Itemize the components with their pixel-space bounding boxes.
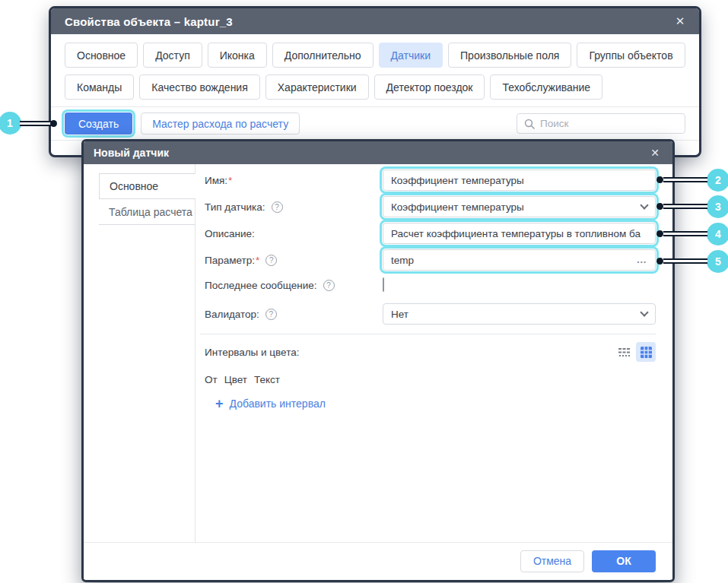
ellipsis-icon[interactable]: … xyxy=(637,256,648,264)
description-label: Описание: xyxy=(205,228,383,239)
callout-line-2 xyxy=(663,177,707,182)
intervals-row: Интервалы и цвета: xyxy=(205,342,656,362)
required-asterisk: * xyxy=(256,255,259,266)
cancel-button[interactable]: Отмена xyxy=(520,550,584,572)
intervals-label: Интервалы и цвета: xyxy=(205,347,614,358)
tab-datchiki-active[interactable]: Датчики xyxy=(379,43,443,68)
last-message-row: Последнее сообщение: ? xyxy=(205,276,656,294)
callout-badge-2: 2 xyxy=(707,169,728,192)
intervals-grid-view-button[interactable] xyxy=(636,342,656,362)
object-properties-body: Основное Доступ Иконка Дополнительно Дат… xyxy=(51,34,699,141)
intervals-list-view-button[interactable] xyxy=(614,342,634,362)
sensor-type-label: Тип датчика: ? xyxy=(205,201,383,213)
callout-badge-5: 5 xyxy=(707,250,728,273)
consumption-wizard-button[interactable]: Мастер расхода по расчету xyxy=(141,112,300,135)
create-sensor-button[interactable]: Создать xyxy=(65,112,132,135)
callout-badge-1: 1 xyxy=(0,112,21,135)
validator-label: Валидатор: ? xyxy=(205,309,383,320)
tab-kachestvo-vozhdeniya[interactable]: Качество вождения xyxy=(139,74,259,100)
callout-dot-4 xyxy=(656,230,663,237)
callout-dot-3 xyxy=(656,203,663,210)
tab-detektor-poezdok[interactable]: Детектор поездок xyxy=(374,74,485,100)
tab-kharakteristiki[interactable]: Характеристики xyxy=(265,74,369,100)
tab-gruppy-obektov[interactable]: Группы объектов xyxy=(577,43,685,68)
chevron-down-icon xyxy=(640,308,648,316)
callout-badge-3: 3 xyxy=(707,195,728,218)
dialog-title: Свойства объекта – kaptur_3 xyxy=(65,15,233,28)
description-row: Описание: xyxy=(205,223,656,244)
close-icon[interactable]: ✕ xyxy=(647,145,663,160)
screen: Свойства объекта – kaptur_3 ✕ Основное Д… xyxy=(0,0,728,583)
properties-tabs: Основное Доступ Иконка Дополнительно Дат… xyxy=(51,34,699,100)
new-sensor-sidebar: Основное Таблица расчета xyxy=(84,164,196,542)
required-asterisk: * xyxy=(228,175,232,186)
search-icon xyxy=(524,119,535,129)
help-icon[interactable]: ? xyxy=(265,255,277,266)
ok-button[interactable]: ОК xyxy=(592,550,656,572)
add-interval-button[interactable]: + Добавить интервал xyxy=(215,398,656,410)
sensor-type-select[interactable]: Коэффициент температуры xyxy=(383,196,656,217)
column-from: От xyxy=(205,374,218,385)
help-icon[interactable]: ? xyxy=(323,280,335,291)
object-properties-titlebar: Свойства объекта – kaptur_3 ✕ xyxy=(51,8,699,34)
tab-ikonka[interactable]: Иконка xyxy=(208,43,267,68)
intervals-view-toggle xyxy=(614,342,656,362)
column-color: Цвет xyxy=(224,374,247,385)
intervals-grid-icon xyxy=(640,346,653,359)
callout-line-5 xyxy=(663,258,707,264)
help-icon[interactable]: ? xyxy=(265,309,277,320)
validator-select[interactable]: Нет xyxy=(383,303,656,325)
parameter-label: Параметр:* ? xyxy=(205,255,383,266)
callout-line-3 xyxy=(663,204,707,209)
callout-line-1 xyxy=(20,121,53,126)
plus-icon: + xyxy=(215,398,224,409)
add-interval-label: Добавить интервал xyxy=(230,398,326,410)
tab-dostup[interactable]: Доступ xyxy=(143,43,202,68)
callout-dot-1 xyxy=(50,120,57,127)
last-message-checkbox[interactable] xyxy=(383,277,384,292)
interval-columns-header: От Цвет Текст xyxy=(205,374,656,385)
close-icon[interactable]: ✕ xyxy=(672,13,688,30)
new-sensor-title: Новый датчик xyxy=(94,147,169,159)
description-input[interactable] xyxy=(383,223,656,244)
parameter-field[interactable]: temp … xyxy=(383,249,656,271)
sidebar-tab-osnovnoe[interactable]: Основное xyxy=(99,173,196,199)
tab-komandy[interactable]: Команды xyxy=(65,74,134,100)
new-sensor-dialog: Новый датчик ✕ Основное Таблица расчета … xyxy=(81,139,675,582)
tab-dopolnitelno[interactable]: Дополнительно xyxy=(272,43,374,68)
sidebar-tab-tablica-rascheta[interactable]: Таблица расчета xyxy=(99,199,195,225)
new-sensor-titlebar: Новый датчик ✕ xyxy=(84,141,672,164)
callout-badge-4: 4 xyxy=(707,223,728,246)
tab-proizvolnye-polya[interactable]: Произвольные поля xyxy=(448,43,571,68)
help-icon[interactable]: ? xyxy=(272,201,283,213)
new-sensor-footer: Отмена ОК xyxy=(84,542,672,579)
intervals-list-icon xyxy=(618,346,631,359)
new-sensor-body: Основное Таблица расчета Имя:* Тип датчи… xyxy=(84,164,672,542)
sensors-toolbar: Создать Мастер расхода по расчету xyxy=(51,107,699,140)
callout-dot-2 xyxy=(656,176,663,183)
callout-line-4 xyxy=(663,231,707,236)
tab-tekhobsluzhivanie[interactable]: Техобслуживание xyxy=(490,74,602,100)
sensor-search-box[interactable] xyxy=(517,113,685,134)
parameter-row: Параметр:* ? temp … xyxy=(205,249,656,271)
search-input[interactable] xyxy=(540,118,678,129)
name-input[interactable] xyxy=(383,170,656,191)
chevron-down-icon xyxy=(640,201,648,209)
column-text: Текст xyxy=(254,374,280,385)
sensor-type-row: Тип датчика: ? Коэффициент температуры xyxy=(205,196,656,217)
new-sensor-form: Имя:* Тип датчика: ? Коэффициент темпера… xyxy=(196,164,672,542)
tabs-row-2: Команды Качество вождения Характеристики… xyxy=(65,74,685,100)
validator-row: Валидатор: ? Нет xyxy=(205,303,656,325)
tab-osnovnoe[interactable]: Основное xyxy=(65,43,138,68)
name-label: Имя:* xyxy=(205,175,383,186)
intervals-separator xyxy=(200,334,656,334)
name-row: Имя:* xyxy=(205,170,656,191)
object-properties-dialog: Свойства объекта – kaptur_3 ✕ Основное Д… xyxy=(49,6,701,157)
callout-dot-5 xyxy=(656,258,663,265)
tabs-row-1: Основное Доступ Иконка Дополнительно Дат… xyxy=(65,43,685,68)
last-message-label: Последнее сообщение: ? xyxy=(205,280,383,291)
